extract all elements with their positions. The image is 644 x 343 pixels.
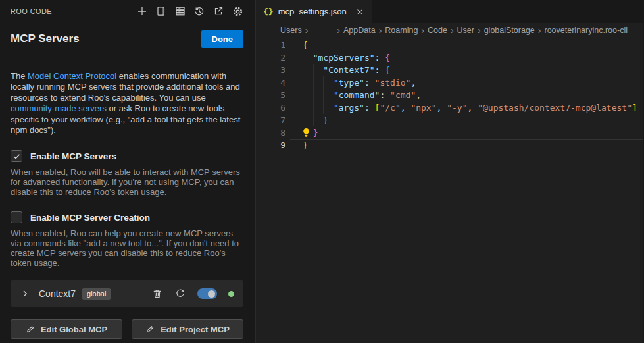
page-titlebar: MCP Servers Done	[11, 29, 243, 49]
code-line[interactable]: 6 "args": ["/c", "npx", "-y", "@upstash/…	[256, 101, 643, 114]
editor-pane: {} mcp_settings.json Users››AppData›Roam…	[255, 0, 643, 343]
lightbulb-icon[interactable]	[302, 128, 311, 138]
history-icon[interactable]	[193, 5, 205, 17]
enable-mcp-servers-checkbox[interactable]: Enable MCP Servers	[11, 150, 243, 162]
edit-project-mcp-button[interactable]: Edit Project MCP	[132, 319, 243, 339]
chevron-right-icon[interactable]	[20, 288, 30, 299]
done-button[interactable]: Done	[201, 30, 244, 48]
enable-mcp-servers-description: When enabled, Roo will be able to intera…	[11, 167, 243, 197]
intro-text: The Model Context Protocol enables commu…	[11, 71, 243, 136]
chevron-right-icon: ›	[305, 26, 309, 35]
code-line[interactable]: 3 "Context7": {	[256, 64, 643, 76]
plus-icon[interactable]	[136, 5, 148, 17]
notebook-icon[interactable]	[155, 5, 167, 17]
line-number: 1	[256, 39, 285, 51]
line-number: 2	[256, 51, 285, 64]
gear-icon[interactable]	[232, 5, 243, 17]
server-actions	[151, 288, 234, 300]
app-window: ROO CODE	[0, 0, 644, 343]
mcp-edit-buttons: Edit Global MCP Edit Project MCP	[11, 319, 243, 339]
code-line[interactable]: 5 "command": "cmd",	[256, 89, 643, 101]
server-name: Context7	[39, 288, 76, 299]
line-number: 4	[256, 76, 285, 89]
code-lines: 1{2 "mcpServers": {3 "Context7": {4 "typ…	[256, 39, 643, 151]
toggle-knob	[208, 290, 215, 298]
trash-icon[interactable]	[151, 288, 163, 300]
line-number: 6	[256, 101, 285, 114]
model-context-protocol-link[interactable]: Model Context Protocol	[28, 71, 116, 81]
code-line[interactable]: 2 "mcpServers": {	[256, 51, 643, 64]
chevron-right-icon: ›	[421, 26, 424, 35]
breadcrumb-item[interactable]: AppData	[343, 26, 376, 35]
enable-mcp-server-creation-description: When enabled, Roo can help you create ne…	[11, 228, 243, 268]
edit-project-mcp-label: Edit Project MCP	[161, 325, 230, 334]
server-status-dot	[228, 291, 234, 297]
code-line[interactable]: 1{	[256, 39, 643, 51]
close-icon[interactable]	[355, 7, 364, 16]
checkbox-icon[interactable]	[11, 211, 22, 223]
chevron-right-icon: ›	[478, 26, 481, 35]
tab-filename: mcp_settings.json	[278, 7, 347, 16]
enable-mcp-server-creation-checkbox[interactable]: Enable MCP Server Creation	[11, 211, 243, 223]
enable-mcp-server-creation-label: Enable MCP Server Creation	[30, 213, 150, 223]
breadcrumb-item[interactable]: User	[457, 26, 474, 35]
line-number: 9	[256, 139, 285, 151]
json-file-icon: {}	[263, 7, 274, 16]
intro-segment: The	[11, 71, 28, 81]
mcp-server-row-context7[interactable]: Context7 global	[11, 280, 243, 307]
line-number: 7	[256, 114, 285, 126]
chevron-right-icon: ›	[379, 26, 382, 35]
line-number: 5	[256, 89, 285, 101]
breadcrumb-item[interactable]: globalStorage	[484, 26, 535, 35]
enable-mcp-servers-label: Enable MCP Servers	[30, 151, 116, 161]
code-line[interactable]: 7 }	[256, 114, 643, 126]
code-line[interactable]: 9}	[256, 139, 643, 151]
edit-global-mcp-button[interactable]: Edit Global MCP	[11, 319, 122, 339]
chevron-right-icon: ›	[451, 26, 454, 35]
code-editor[interactable]: 1{2 "mcpServers": {3 "Context7": {4 "typ…	[256, 38, 643, 343]
chevron-right-icon: ›	[337, 26, 340, 35]
line-number: 8	[256, 126, 285, 139]
breadcrumb-item[interactable]: Code	[428, 26, 447, 35]
roo-code-sidebar: ROO CODE	[0, 0, 255, 343]
breadcrumb-item[interactable]: Roaming	[385, 26, 418, 35]
checkbox-icon[interactable]	[11, 150, 22, 162]
sidebar-header-icons	[136, 5, 243, 17]
code-line[interactable]: 8 }	[256, 126, 643, 139]
edit-global-mcp-label: Edit Global MCP	[41, 325, 107, 334]
code-line[interactable]: 4 "type": "stdio",	[256, 76, 643, 89]
sidebar-header: ROO CODE	[11, 0, 243, 22]
server-enabled-toggle[interactable]	[197, 288, 217, 299]
breadcrumb-item[interactable]: rooveterinaryinc.roo-cli	[545, 26, 628, 35]
line-number: 3	[256, 64, 285, 76]
breadcrumb: Users››AppData›Roaming›Code›User›globalS…	[256, 23, 643, 38]
server-stack-icon[interactable]	[174, 5, 186, 17]
extension-title: ROO CODE	[11, 7, 52, 15]
chevron-right-icon: ›	[538, 26, 541, 35]
community-made-servers-link[interactable]: community-made servers	[11, 103, 107, 113]
page-title: MCP Servers	[11, 32, 80, 45]
editor-tab-bar: {} mcp_settings.json	[256, 0, 643, 23]
breadcrumb-item[interactable]: Users	[280, 26, 302, 35]
tab-mcp-settings-json[interactable]: {} mcp_settings.json	[256, 0, 372, 23]
open-external-icon[interactable]	[212, 5, 224, 17]
server-scope-badge: global	[82, 288, 111, 300]
restart-icon[interactable]	[174, 288, 186, 300]
